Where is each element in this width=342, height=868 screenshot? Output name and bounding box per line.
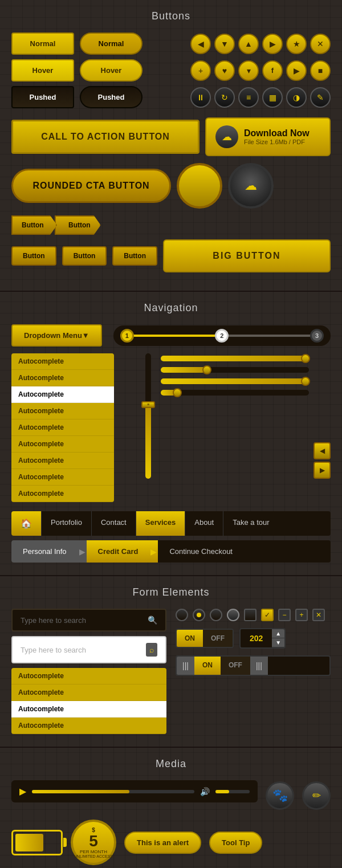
nav-contact[interactable]: Contact: [92, 511, 136, 536]
up-arrow-icon[interactable]: ▲: [238, 34, 259, 54]
volume-bar[interactable]: [215, 790, 250, 793]
autocomplete-item-1[interactable]: Autocomplete: [11, 370, 114, 386]
on-off-toggle[interactable]: ON OFF: [176, 629, 234, 648]
toggle2-off: OFF: [221, 657, 250, 675]
nav-home[interactable]: 🏠: [11, 511, 42, 536]
volume-icon: 🔊: [200, 787, 210, 796]
small-button-1[interactable]: Button: [11, 246, 56, 266]
big-button[interactable]: BIG BUTTON: [163, 239, 331, 272]
slider-4[interactable]: [161, 390, 309, 396]
right-arrow-icon[interactable]: ▶: [262, 34, 283, 54]
edit-icon[interactable]: ✎: [310, 87, 331, 108]
autocomplete-item-0[interactable]: Autocomplete: [11, 353, 114, 370]
download-button[interactable]: ☁ Download Now File Size 1.6Mb / PDF: [205, 117, 331, 156]
form-auto-2-active[interactable]: Autocomplete: [11, 701, 166, 718]
nav-services[interactable]: Services: [136, 511, 186, 536]
close-icon[interactable]: ✕: [310, 34, 331, 54]
autocomplete-item-5[interactable]: Autocomplete: [11, 436, 114, 453]
circle-button-dark[interactable]: ☁: [228, 163, 274, 209]
plus-icon[interactable]: +: [190, 60, 211, 81]
pushed-button-pill[interactable]: Pushed: [80, 86, 142, 108]
circle-button-yellow[interactable]: [177, 163, 222, 209]
search-placeholder-2: Type here to search: [21, 646, 86, 654]
next-arrow-button[interactable]: ▶: [314, 462, 331, 479]
stop-icon[interactable]: ■: [310, 60, 331, 81]
autocomplete-item-8[interactable]: Autocomplete: [11, 486, 114, 502]
slider-2[interactable]: [161, 367, 309, 373]
star-icon[interactable]: ★: [286, 34, 307, 54]
rounded-cta-button[interactable]: ROUNDED CTA BUTTON: [11, 169, 171, 203]
small-button-3[interactable]: Button: [112, 246, 157, 266]
radio-checked[interactable]: [193, 609, 205, 621]
breadcrumb-credit[interactable]: Credit Card: [87, 540, 150, 563]
checkbox-unchecked[interactable]: [244, 609, 256, 621]
refresh-icon[interactable]: ↻: [214, 87, 235, 108]
hover-button-rect[interactable]: Hover: [11, 59, 74, 81]
alert-badge[interactable]: This is an alert: [124, 832, 201, 854]
cta-button[interactable]: CALL TO ACTION BUTTON: [11, 120, 199, 154]
breadcrumb-personal[interactable]: Personal Info: [11, 540, 78, 563]
chart-icon[interactable]: ▦: [262, 87, 283, 108]
media-progress-bar[interactable]: [32, 790, 194, 793]
autocomplete-item-6[interactable]: Autocomplete: [11, 453, 114, 469]
number-stepper[interactable]: 202 ▲ ▼: [239, 628, 286, 649]
arrow-button-right[interactable]: Button: [55, 215, 101, 235]
form-auto-0[interactable]: Autocomplete: [11, 668, 166, 684]
slider-1[interactable]: [161, 356, 309, 361]
stepper-down[interactable]: ▼: [272, 638, 284, 647]
normal-button-pill[interactable]: Normal: [80, 32, 142, 55]
autocomplete-item-7[interactable]: Autocomplete: [11, 469, 114, 486]
slider-3[interactable]: [161, 378, 309, 384]
checkbox-minus[interactable]: −: [278, 609, 291, 621]
search-icon: 🔍: [148, 616, 157, 625]
stepper-up[interactable]: ▲: [272, 629, 284, 638]
play-button[interactable]: ▶: [19, 786, 26, 797]
autocomplete-item-3[interactable]: Autocomplete: [11, 403, 114, 419]
radio-unchecked-2[interactable]: [210, 609, 222, 621]
play-icon[interactable]: ▶: [286, 60, 307, 81]
number-value: 202: [241, 630, 272, 646]
hover-button-pill[interactable]: Hover: [80, 59, 142, 81]
autocomplete-item-4[interactable]: Autocomplete: [11, 419, 114, 436]
edit-icon-circle[interactable]: ✏: [302, 781, 331, 810]
arrow-button-left[interactable]: Button: [11, 215, 57, 235]
checkbox-close[interactable]: ✕: [312, 609, 325, 621]
dropdown-menu-button[interactable]: Dropdown Menu ▼: [11, 324, 102, 347]
radio-unchecked-1[interactable]: [176, 609, 188, 621]
form-auto-1[interactable]: Autocomplete: [11, 684, 166, 701]
left-arrow-icon[interactable]: ◀: [190, 34, 211, 54]
breadcrumb-checkout[interactable]: Continue Checkout: [158, 540, 244, 563]
pause-icon[interactable]: ⏸: [190, 87, 211, 108]
autocomplete-item-2-active[interactable]: Autocomplete: [11, 386, 114, 403]
nav-about[interactable]: About: [185, 511, 223, 536]
down-arrow-icon[interactable]: ▼: [214, 34, 235, 54]
step-1: 1: [120, 329, 134, 343]
toggle2[interactable]: ||| ON OFF |||: [176, 655, 331, 676]
normal-button-rect[interactable]: Normal: [11, 32, 74, 55]
prev-arrow-button[interactable]: ◀: [314, 442, 331, 459]
tooltip-badge[interactable]: Tool Tip: [209, 832, 262, 854]
facebook-icon[interactable]: f: [262, 60, 283, 81]
search-input-light[interactable]: Type here to search ⌕: [11, 636, 166, 663]
menu-icon[interactable]: ≡: [238, 87, 259, 108]
form-columns: Type here to search 🔍 Type here to searc…: [11, 609, 331, 734]
down-arrow2-icon[interactable]: ▾: [238, 60, 259, 81]
horizontal-sliders: [161, 353, 309, 479]
step-progress-bar: 1 2 3: [113, 325, 331, 346]
half-circle-icon[interactable]: ◑: [286, 87, 307, 108]
search-placeholder-1: Type here to search: [21, 616, 86, 625]
checkbox-checked[interactable]: ✓: [261, 609, 274, 621]
radio-unchecked-3[interactable]: [227, 609, 239, 621]
form-auto-3[interactable]: Autocomplete: [11, 718, 166, 734]
nav-tour[interactable]: Take a tour: [223, 511, 278, 536]
heart-icon[interactable]: ♥: [214, 60, 235, 81]
price-per: PER MONTH: [80, 849, 107, 854]
vertical-slider[interactable]: ≡: [140, 353, 156, 479]
pushed-button-rect[interactable]: Pushed: [11, 86, 74, 108]
small-button-2[interactable]: Button: [62, 246, 107, 266]
search-input-dark[interactable]: Type here to search 🔍: [11, 609, 166, 631]
nav-portfolio[interactable]: Portofolio: [42, 511, 92, 536]
media-bottom-row: $ 5 PER MONTH UNLIMITED ACCESS This is a…: [11, 820, 331, 865]
map-pin-icon[interactable]: 🐾: [266, 781, 294, 810]
checkbox-plus[interactable]: +: [295, 609, 308, 621]
